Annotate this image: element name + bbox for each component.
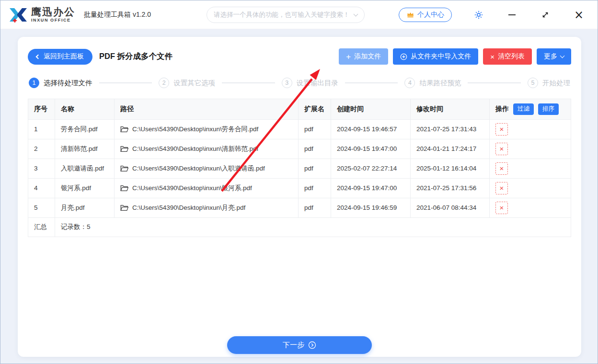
delete-row-button[interactable]: × — [495, 123, 508, 136]
cell-name: 月亮.pdf — [55, 198, 115, 217]
cell-name: 劳务合同.pdf — [55, 119, 115, 139]
cell-no: 2 — [28, 139, 55, 159]
brand-logo: 鹰迅办公 INXUN OFFICE — [8, 6, 75, 24]
folder-icon — [120, 205, 128, 211]
table-header-row: 序号 名称 路径 扩展名 创建时间 修改时间 操作 过滤 排序 — [28, 99, 571, 119]
table-row: 2 清新韩范.pdf C:\Users\54390\Desktop\inxun\… — [28, 139, 571, 159]
import-from-folder-button[interactable]: 从文件夹中导入文件 — [393, 48, 478, 65]
step-item: 2 设置其它选项 — [159, 78, 215, 88]
function-select[interactable]: 请选择一个具体的功能，也可输入关键字搜索！ — [207, 7, 365, 23]
file-table: 序号 名称 路径 扩展名 创建时间 修改时间 操作 过滤 排序 — [28, 99, 571, 237]
cell-modified: 2024-01-21 17:24:17 — [411, 139, 490, 159]
summary-row: 汇总 记录数：5 — [28, 217, 571, 237]
cell-name: 清新韩范.pdf — [55, 139, 115, 159]
back-button-label: 返回到主面板 — [44, 52, 84, 61]
table-row: 1 劳务合同.pdf C:\Users\54390\Desktop\inxun\… — [28, 119, 571, 139]
add-files-button[interactable]: + 添加文件 — [339, 48, 388, 65]
delete-row-button[interactable]: × — [495, 162, 508, 175]
back-to-dashboard-button[interactable]: 返回到主面板 — [28, 49, 92, 65]
cell-created: 2024-09-15 19:46:57 — [331, 119, 411, 139]
cell-path: C:\Users\54390\Desktop\inxun\劳务合同.pdf — [115, 119, 299, 139]
cell-name: 入职邀请函.pdf — [55, 159, 115, 178]
step-connector — [345, 82, 398, 83]
file-table-body: 1 劳务合同.pdf C:\Users\54390\Desktop\inxun\… — [28, 119, 571, 217]
cell-created: 2024-09-15 19:46:59 — [331, 198, 411, 217]
user-center-label: 个人中心 — [417, 11, 444, 19]
step-item: 1 选择待处理文件 — [29, 78, 92, 88]
brand-subtitle: INXUN OFFICE — [31, 18, 75, 23]
close-button[interactable]: × — [574, 10, 584, 20]
cell-name: 银河系.pdf — [55, 178, 115, 198]
gear-icon — [474, 10, 483, 20]
clear-x-icon: × — [490, 53, 494, 60]
cell-no: 5 — [28, 198, 55, 217]
step-label: 结果路径预览 — [419, 79, 461, 88]
sort-button[interactable]: 排序 — [538, 103, 559, 115]
step-item: 3 设置输出目录 — [282, 78, 338, 88]
cell-operation: × — [490, 119, 571, 139]
steps: 1 选择待处理文件 2 设置其它选项 3 设置输出目录 4 结果路径预览 5 开… — [29, 78, 570, 88]
cell-no: 3 — [28, 159, 55, 178]
crown-icon — [406, 11, 414, 18]
delete-row-button[interactable]: × — [495, 143, 508, 155]
cell-created: 2024-09-15 19:47:00 — [331, 139, 411, 159]
chevron-down-icon — [354, 12, 358, 17]
folder-icon — [120, 185, 128, 192]
col-header-name: 名称 — [55, 99, 115, 119]
cell-ext: pdf — [299, 119, 331, 139]
clear-list-button[interactable]: × 清空列表 — [483, 48, 532, 65]
import-folder-label: 从文件夹中导入文件 — [411, 52, 471, 61]
next-step-label: 下一步 — [283, 341, 304, 350]
step-connector — [99, 82, 152, 83]
settings-button[interactable] — [474, 10, 483, 20]
cell-ext: pdf — [299, 139, 331, 159]
chevron-left-icon — [36, 54, 41, 59]
minimize-button[interactable] — [506, 10, 517, 20]
cell-operation: × — [490, 178, 571, 198]
cell-modified: 2021-07-25 17:31:56 — [411, 178, 490, 198]
col-header-modified: 修改时间 — [411, 99, 490, 119]
cell-operation: × — [490, 139, 571, 159]
cell-modified: 2021-06-07 08:44:34 — [411, 198, 490, 217]
cell-operation: × — [490, 159, 571, 178]
user-center-button[interactable]: 个人中心 — [399, 8, 452, 22]
resize-icon — [541, 11, 549, 19]
app-window: 鹰迅办公 INXUN OFFICE 批量处理工具箱 v1.2.0 请选择一个具体… — [0, 0, 598, 364]
more-label: 更多 — [544, 52, 557, 61]
delete-x-icon: × — [500, 125, 504, 133]
step-item: 5 开始处理 — [528, 78, 570, 88]
page-title: PDF 拆分成多个文件 — [99, 51, 172, 62]
brand-name: 鹰迅办公 — [31, 7, 75, 17]
step-item: 4 结果路径预览 — [404, 78, 461, 88]
step-number: 1 — [29, 78, 39, 88]
resize-button[interactable] — [540, 10, 551, 20]
delete-row-button[interactable]: × — [495, 202, 508, 214]
filter-button[interactable]: 过滤 — [513, 103, 534, 115]
cell-modified: 2025-01-12 16:14:04 — [411, 159, 490, 178]
delete-row-button[interactable]: × — [495, 182, 508, 194]
next-step-button[interactable]: 下一步 — [227, 336, 372, 354]
summary-value: 记录数：5 — [55, 217, 571, 237]
cell-path: C:\Users\54390\Desktop\inxun\清新韩范.pdf — [115, 139, 299, 159]
circle-plus-icon — [400, 53, 407, 60]
step-label: 设置其它选项 — [173, 79, 215, 88]
toolbar: 返回到主面板 PDF 拆分成多个文件 + 添加文件 从文件夹中导入文件 — [28, 48, 571, 65]
circle-arrow-right-icon — [308, 341, 316, 349]
col-header-no: 序号 — [28, 99, 55, 119]
delete-x-icon: × — [500, 184, 504, 192]
delete-x-icon: × — [500, 204, 504, 211]
step-label: 开始处理 — [542, 79, 570, 88]
title-bar: 鹰迅办公 INXUN OFFICE 批量处理工具箱 v1.2.0 请选择一个具体… — [0, 0, 598, 29]
cell-created: 2024-09-15 19:47:00 — [331, 178, 411, 198]
step-number: 4 — [404, 78, 415, 88]
main-panel: 返回到主面板 PDF 拆分成多个文件 + 添加文件 从文件夹中导入文件 — [18, 37, 581, 357]
cell-path: C:\Users\54390\Desktop\inxun\月亮.pdf — [115, 198, 299, 217]
delete-x-icon: × — [500, 165, 504, 172]
table-row: 3 入职邀请函.pdf C:\Users\54390\Desktop\inxun… — [28, 159, 571, 178]
close-icon: × — [574, 9, 584, 21]
more-button[interactable]: 更多 — [537, 48, 571, 65]
step-connector — [222, 82, 275, 83]
cell-created: 2025-02-07 22:27:14 — [331, 159, 411, 178]
cell-ext: pdf — [299, 198, 331, 217]
step-number: 5 — [528, 78, 538, 88]
